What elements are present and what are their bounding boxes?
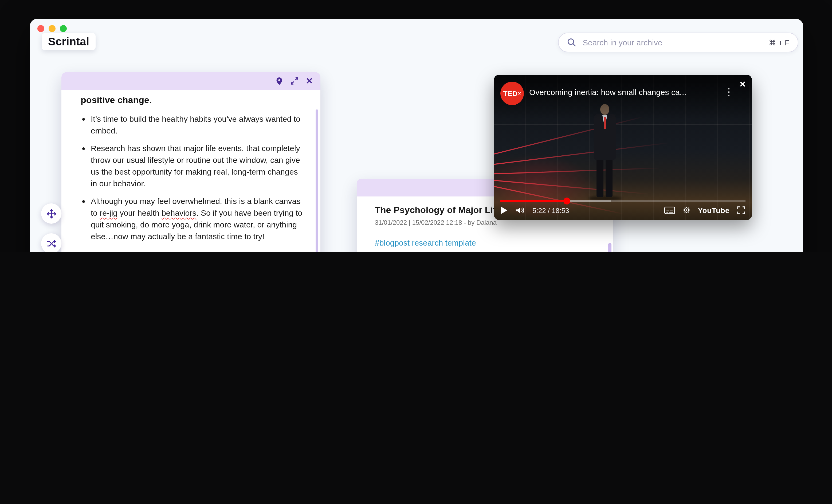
app-logo: Scrintal	[42, 33, 96, 50]
scrollbar-thumb[interactable]	[316, 109, 318, 252]
bullet-list: It’s time to build the healthy habits yo…	[81, 113, 310, 252]
video-time: 5:22 / 18:53	[532, 206, 569, 214]
settings-gear-icon[interactable]: ⚙	[683, 206, 691, 215]
move-icon	[46, 209, 56, 219]
shuffle-icon	[46, 238, 56, 248]
tag-link[interactable]: #blogpost research template	[375, 238, 476, 247]
captions-icon[interactable]	[665, 207, 675, 214]
video-controls: 5:22 / 18:53 ⚙ YouTube	[500, 204, 746, 217]
bullet-item[interactable]: Research has shown that major life event…	[91, 142, 304, 189]
window-controls	[37, 25, 67, 32]
volume-icon[interactable]	[515, 206, 525, 215]
youtube-logo[interactable]: YouTube	[698, 206, 729, 215]
zoom-window-button[interactable]	[60, 25, 67, 32]
video-progress-bar[interactable]	[500, 200, 746, 202]
played-bar	[500, 200, 567, 202]
search-bar[interactable]: ⌘ + F	[558, 32, 798, 52]
bullet-item[interactable]	[91, 248, 304, 252]
stage-beam	[494, 124, 752, 125]
play-button[interactable]	[500, 206, 508, 215]
tedx-logo: TEDx	[500, 82, 524, 105]
note-card-header: ✕	[61, 72, 320, 90]
close-icon[interactable]: ✕	[306, 76, 313, 86]
close-video-icon[interactable]: ✕	[739, 80, 746, 89]
video-top-gradient	[494, 75, 752, 120]
locate-pin-icon[interactable]	[275, 77, 283, 85]
scrollbar-thumb[interactable]	[608, 243, 612, 252]
pan-tool-button[interactable]	[41, 204, 61, 224]
bullet-item[interactable]: Although you may feel overwhelmed, this …	[91, 195, 304, 242]
bullet-item[interactable]: It’s time to build the healthy habits yo…	[91, 113, 304, 137]
minimize-window-button[interactable]	[49, 25, 55, 32]
note-body: positive change. It’s time to build the …	[61, 90, 320, 252]
video-player-overlay: TEDx Overcoming inertia: how small chang…	[494, 75, 752, 220]
search-shortcut: ⌘ + F	[769, 38, 789, 47]
note-card-open: ✕ positive change. It’s time to build th…	[61, 72, 320, 252]
app-window: Scrintal ⌘ + F	[30, 19, 803, 252]
more-options-icon[interactable]: ⋮	[724, 86, 734, 98]
search-input[interactable]	[581, 37, 769, 48]
shuffle-tool-button[interactable]	[41, 233, 61, 252]
laser-line	[494, 116, 644, 156]
video-title-link[interactable]: Overcoming inertia: how small changes ca…	[529, 87, 690, 97]
expand-icon[interactable]	[290, 77, 298, 85]
screen: Scrintal ⌘ + F	[0, 0, 832, 252]
search-icon	[567, 38, 576, 47]
fullscreen-icon[interactable]	[737, 206, 746, 215]
note-meta: 31/01/2022 | 15/02/2022 12:18 - by Daian…	[375, 219, 595, 227]
close-window-button[interactable]	[37, 25, 44, 32]
note-heading[interactable]: positive change.	[81, 95, 310, 106]
